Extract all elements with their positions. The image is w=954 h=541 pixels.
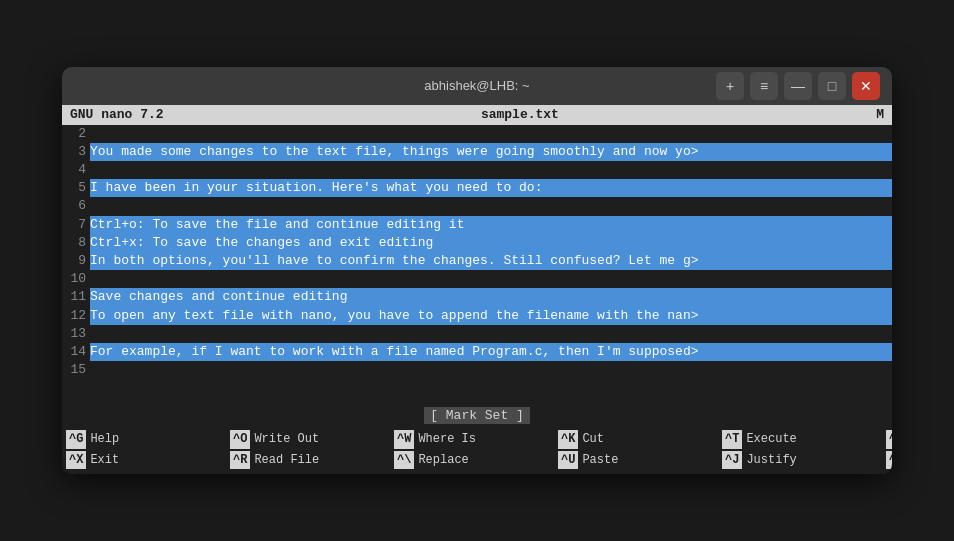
nano-filename: sample.txt <box>481 106 559 124</box>
footer-row: ^XExit^RRead File^\Replace^UPaste^JJusti… <box>62 450 892 471</box>
shortcut-label: Cut <box>582 431 604 448</box>
line-content <box>90 270 892 288</box>
editor-line: 6 <box>62 197 892 215</box>
line-number: 5 <box>62 179 90 197</box>
titlebar-controls: + ≡ — □ ✕ <box>716 72 880 100</box>
shortcut-key: ^/ <box>886 451 892 470</box>
terminal-window: abhishek@LHB: ~ + ≡ — □ ✕ GNU nano 7.2 s… <box>62 67 892 475</box>
titlebar: abhishek@LHB: ~ + ≡ — □ ✕ <box>62 67 892 105</box>
mark-bar: [ Mark Set ] <box>62 405 892 427</box>
shortcut-key: ^T <box>722 430 742 449</box>
footer-shortcut: ^CLocation <box>886 430 892 449</box>
line-number: 11 <box>62 288 90 306</box>
line-content: Ctrl+o: To save the file and continue ed… <box>90 216 892 234</box>
editor-line: 3You made some changes to the text file,… <box>62 143 892 161</box>
line-content <box>90 125 892 143</box>
line-content: You made some changes to the text file, … <box>90 143 892 161</box>
maximize-button[interactable]: □ <box>818 72 846 100</box>
line-content <box>90 361 892 379</box>
footer-shortcut: ^OWrite Out <box>230 430 390 449</box>
line-number: 3 <box>62 143 90 161</box>
editor-line: 11Save changes and continue editing <box>62 288 892 306</box>
nano-header: GNU nano 7.2 sample.txt M <box>62 105 892 125</box>
line-number: 6 <box>62 197 90 215</box>
footer-shortcut: ^XExit <box>66 451 226 470</box>
editor-line: 12To open any text file with nano, you h… <box>62 307 892 325</box>
nano-modified: M <box>876 106 884 124</box>
editor-line: 9In both options, you'll have to confirm… <box>62 252 892 270</box>
editor-line: 10 <box>62 270 892 288</box>
footer-shortcut: ^WWhere Is <box>394 430 554 449</box>
line-content <box>90 325 892 343</box>
nano-version: GNU nano 7.2 <box>70 106 164 124</box>
line-content: I have been in your situation. Here's wh… <box>90 179 892 197</box>
shortcut-label: Execute <box>746 431 796 448</box>
editor-line: 4 <box>62 161 892 179</box>
line-content: To open any text file with nano, you hav… <box>90 307 892 325</box>
nano-footer: ^GHelp^OWrite Out^WWhere Is^KCut^TExecut… <box>62 427 892 475</box>
shortcut-key: ^G <box>66 430 86 449</box>
shortcut-label: Exit <box>90 452 119 469</box>
line-number: 9 <box>62 252 90 270</box>
editor-line: 15 <box>62 361 892 379</box>
shortcut-label: Replace <box>418 452 468 469</box>
shortcut-key: ^J <box>722 451 742 470</box>
line-content: In both options, you'll have to confirm … <box>90 252 892 270</box>
shortcut-key: ^K <box>558 430 578 449</box>
shortcut-label: Help <box>90 431 119 448</box>
footer-shortcut: ^RRead File <box>230 451 390 470</box>
menu-button[interactable]: ≡ <box>750 72 778 100</box>
shortcut-label: Justify <box>746 452 796 469</box>
line-number: 12 <box>62 307 90 325</box>
editor-line: 8Ctrl+x: To save the changes and exit ed… <box>62 234 892 252</box>
line-content: Ctrl+x: To save the changes and exit edi… <box>90 234 892 252</box>
line-number: 8 <box>62 234 90 252</box>
editor-line: 5I have been in your situation. Here's w… <box>62 179 892 197</box>
footer-shortcut: ^JJustify <box>722 451 882 470</box>
editor-line: 2 <box>62 125 892 143</box>
line-content <box>90 197 892 215</box>
footer-shortcut: ^TExecute <box>722 430 882 449</box>
footer-shortcut: ^KCut <box>558 430 718 449</box>
line-content: For example, if I want to work with a fi… <box>90 343 892 361</box>
shortcut-label: Paste <box>582 452 618 469</box>
footer-row: ^GHelp^OWrite Out^WWhere Is^KCut^TExecut… <box>62 429 892 450</box>
line-number: 4 <box>62 161 90 179</box>
shortcut-key: ^X <box>66 451 86 470</box>
nano-content-area[interactable]: 23You made some changes to the text file… <box>62 125 892 405</box>
shortcut-key: ^O <box>230 430 250 449</box>
editor-line: 7Ctrl+o: To save the file and continue e… <box>62 216 892 234</box>
line-number: 7 <box>62 216 90 234</box>
shortcut-label: Write Out <box>254 431 319 448</box>
new-tab-button[interactable]: + <box>716 72 744 100</box>
shortcut-key: ^R <box>230 451 250 470</box>
line-number: 13 <box>62 325 90 343</box>
editor-line: 13 <box>62 325 892 343</box>
shortcut-key: ^\ <box>394 451 414 470</box>
line-content <box>90 161 892 179</box>
shortcut-label: Read File <box>254 452 319 469</box>
shortcut-key: ^U <box>558 451 578 470</box>
line-content: Save changes and continue editing <box>90 288 892 306</box>
mark-set-label: [ Mark Set ] <box>424 407 530 424</box>
editor-line: 14For example, if I want to work with a … <box>62 343 892 361</box>
line-number: 10 <box>62 270 90 288</box>
titlebar-title: abhishek@LHB: ~ <box>424 78 529 93</box>
shortcut-key: ^C <box>886 430 892 449</box>
line-number: 2 <box>62 125 90 143</box>
footer-shortcut: ^/Go To Line <box>886 451 892 470</box>
footer-shortcut: ^UPaste <box>558 451 718 470</box>
footer-shortcut: ^GHelp <box>66 430 226 449</box>
terminal-content: GNU nano 7.2 sample.txt M 23You made som… <box>62 105 892 475</box>
minimize-button[interactable]: — <box>784 72 812 100</box>
close-button[interactable]: ✕ <box>852 72 880 100</box>
line-number: 14 <box>62 343 90 361</box>
line-number: 15 <box>62 361 90 379</box>
shortcut-label: Where Is <box>418 431 476 448</box>
footer-shortcut: ^\Replace <box>394 451 554 470</box>
shortcut-key: ^W <box>394 430 414 449</box>
